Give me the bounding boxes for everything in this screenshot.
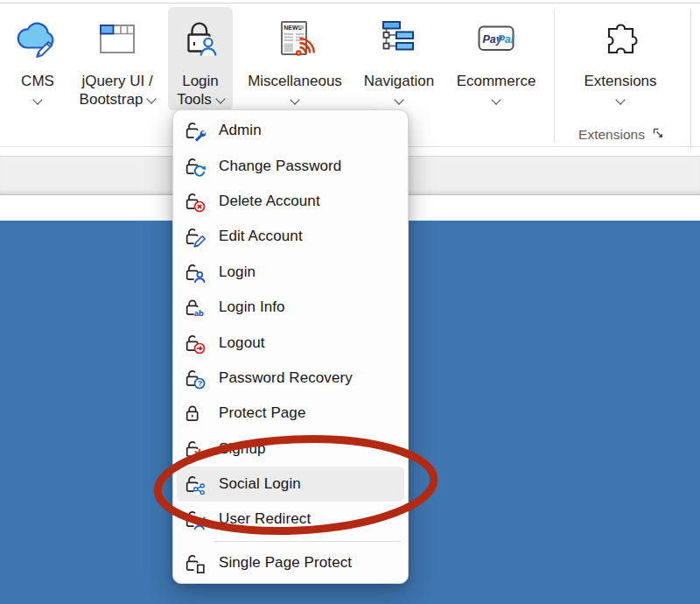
lock-person-arrow-icon [183,508,206,530]
ribbon-button-label-line: Ecommerce [457,73,536,89]
lock-refresh-icon [183,155,206,178]
chevron-down-icon [215,94,225,103]
lock-asterisk-icon [183,438,206,460]
menu-item-signup[interactable]: Signup [177,432,404,467]
menu-item-user-redirect[interactable]: User Redirect [177,502,404,537]
ribbon-button-label-line: Navigation [364,73,434,89]
ribbon-button-label: Miscellaneous [234,72,355,90]
lock-wrench-icon [183,119,206,142]
lock-ab-icon: ab [183,296,206,319]
lock-delete-icon [183,190,206,213]
ribbon-button-ecommerce[interactable]: PayPalEcommerce [444,7,548,110]
menu-item-label: User Redirect [219,510,311,528]
ribbon-group-divider [554,9,555,144]
svg-text:Pal: Pal [498,33,514,46]
ribbon-button-label-line: jQuery UI / [81,73,152,89]
ribbon-button-label-line: Extensions [584,73,656,89]
menu-item-social-login[interactable]: Social Login [177,467,404,502]
ribbon-button-label: jQuery UI /Bootstrap [68,72,166,109]
menu-item-label: Single Page Protect [219,554,352,572]
ribbon-button-label: LoginTools [168,72,233,109]
ribbon-button-label-line: Login [182,73,219,89]
lock-logout-icon [183,332,206,355]
chevron-down-icon [615,95,625,104]
newspaper-rss-icon: NEWS [234,7,355,67]
paypal-icon: PayPal [444,7,548,67]
menu-item-label: Signup [219,440,266,458]
chevron-down-icon [32,95,42,104]
extensions-group-footer: Extensions [564,125,679,144]
menu-item-label: Login [219,263,256,281]
menu-item-label: Login Info [219,298,285,316]
cloud-pencil-icon [9,7,66,67]
menu-item-label: Social Login [219,475,301,493]
ribbon-button-cms[interactable]: CMS [9,7,66,110]
lock-page-icon [183,551,206,574]
menu-item-label: Logout [219,334,265,352]
lock-share-icon [183,473,206,495]
menu-item-password-recovery[interactable]: ?Password Recovery [177,361,404,396]
menu-item-logout[interactable]: Logout [177,325,404,360]
ribbon-button-jquery-bootstrap[interactable]: jQuery UI /Bootstrap [68,7,166,110]
ribbon-button-label-line: Miscellaneous [248,73,342,89]
svg-text:?: ? [198,379,203,388]
ribbon-right-border [690,9,691,149]
menu-separator [214,541,401,542]
ribbon-button-extensions[interactable]: Extensions [564,7,677,110]
menu-item-protect-page[interactable]: Protect Page [177,396,404,431]
lock-person-icon [183,261,206,284]
sitemap-icon [355,7,443,67]
lock-question-icon: ? [183,367,206,390]
ribbon-button-label-line: Bootstrap [80,91,144,108]
ribbon-button-label-line: Tools [177,91,212,108]
ribbon-button-login-tools[interactable]: LoginTools [168,7,233,110]
menu-item-admin[interactable]: Admin [177,113,404,148]
svg-text:ab: ab [194,308,204,318]
dialog-launcher-icon[interactable] [653,127,664,143]
ribbon-button-navigation[interactable]: Navigation [355,7,443,110]
ribbon-button-label: Extensions [564,72,677,90]
lock-pencil-icon [183,225,206,248]
menu-item-change-password[interactable]: Change Password [177,148,404,183]
app-root: CMSjQuery UI /BootstrapLoginToolsNEWSMis… [0,0,700,604]
puzzle-icon [564,7,677,67]
ribbon-button-label: Ecommerce [444,72,548,90]
lock-icon [183,402,206,425]
chevron-down-icon [491,95,500,104]
chevron-down-icon [394,95,403,104]
menu-item-single-page-protect[interactable]: Single Page Protect [177,545,404,580]
menu-item-label: Edit Account [219,228,303,245]
menu-item-label: Admin [219,122,262,139]
menu-item-delete-account[interactable]: Delete Account [177,184,404,219]
extensions-group-label: Extensions [578,127,645,143]
lock-user-icon [168,7,233,67]
menu-item-label: Protect Page [219,404,305,422]
ribbon-button-label: CMS [9,72,66,90]
login-tools-dropdown-menu: AdminChange PasswordDelete AccountEdit A… [172,109,409,584]
browser-window-icon [68,7,166,67]
menu-item-login[interactable]: Login [177,255,404,290]
ribbon-button-label-line: CMS [21,73,54,89]
menu-item-label: Change Password [219,158,341,175]
chevron-down-icon [290,95,299,104]
ribbon-button-miscellaneous[interactable]: NEWSMiscellaneous [234,7,355,110]
menu-item-label: Password Recovery [219,369,353,387]
menu-item-edit-account[interactable]: Edit Account [177,219,404,254]
chevron-down-icon [147,94,157,103]
ribbon-button-label: Navigation [355,72,443,90]
menu-item-label: Delete Account [219,193,320,210]
menu-item-login-info[interactable]: abLogin Info [177,290,404,325]
